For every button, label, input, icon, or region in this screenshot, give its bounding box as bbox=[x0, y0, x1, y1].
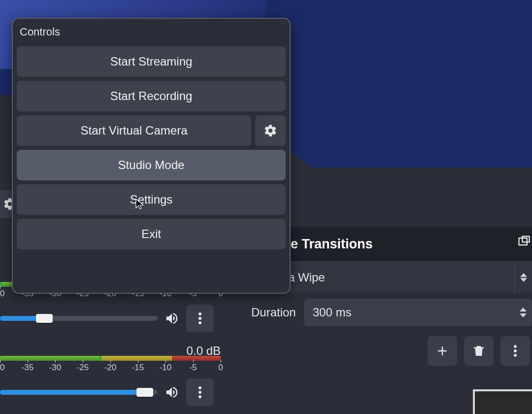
settings-button[interactable]: Settings bbox=[17, 184, 286, 215]
add-transition-button[interactable] bbox=[428, 336, 457, 366]
preview-thumbnail bbox=[473, 389, 532, 414]
audio-ticks-2: 40-35-30-25-20-15-10-50 bbox=[0, 363, 221, 377]
studio-mode-button[interactable]: Studio Mode bbox=[17, 150, 286, 180]
audio-volume-slider-1[interactable] bbox=[0, 316, 158, 321]
slider-thumb[interactable] bbox=[136, 388, 153, 397]
audio-track-menu-button-1[interactable] bbox=[186, 305, 214, 332]
controls-title: Controls bbox=[17, 26, 286, 42]
chevron-down-icon bbox=[520, 278, 527, 282]
svg-rect-1 bbox=[523, 237, 530, 242]
virtual-camera-settings-button[interactable] bbox=[255, 115, 286, 146]
duration-stepper[interactable] bbox=[514, 299, 532, 326]
audio-volume-slider-2[interactable] bbox=[0, 390, 158, 395]
transition-selected-value: Wipe bbox=[298, 271, 325, 284]
chevron-up-icon bbox=[520, 273, 527, 277]
trash-icon bbox=[471, 344, 486, 358]
scene-transitions-title: Transitions bbox=[302, 237, 373, 251]
dock-popout-button[interactable] bbox=[517, 235, 532, 249]
chevron-up-icon bbox=[520, 308, 527, 311]
slider-thumb[interactable] bbox=[36, 314, 53, 323]
start-virtual-camera-button[interactable]: Start Virtual Camera bbox=[17, 115, 251, 146]
popout-icon bbox=[517, 235, 531, 248]
speaker-icon[interactable] bbox=[165, 385, 179, 400]
duration-label: Duration bbox=[251, 306, 296, 319]
transition-properties-button[interactable] bbox=[500, 336, 530, 366]
chevron-down-icon bbox=[520, 313, 527, 317]
start-streaming-button[interactable]: Start Streaming bbox=[17, 46, 286, 77]
duration-input[interactable]: 300 ms bbox=[304, 299, 532, 326]
speaker-icon[interactable] bbox=[165, 311, 179, 326]
gear-icon bbox=[264, 124, 277, 138]
transition-select-stepper[interactable] bbox=[514, 262, 532, 293]
controls-dock: Controls Start Streaming Start Recording… bbox=[12, 18, 291, 294]
audio-track-menu-button-2[interactable] bbox=[186, 379, 214, 406]
plus-icon bbox=[435, 344, 450, 358]
duration-value: 300 ms bbox=[313, 306, 514, 319]
remove-transition-button[interactable] bbox=[464, 336, 494, 366]
exit-button[interactable]: Exit bbox=[17, 219, 286, 249]
start-recording-button[interactable]: Start Recording bbox=[17, 81, 286, 111]
